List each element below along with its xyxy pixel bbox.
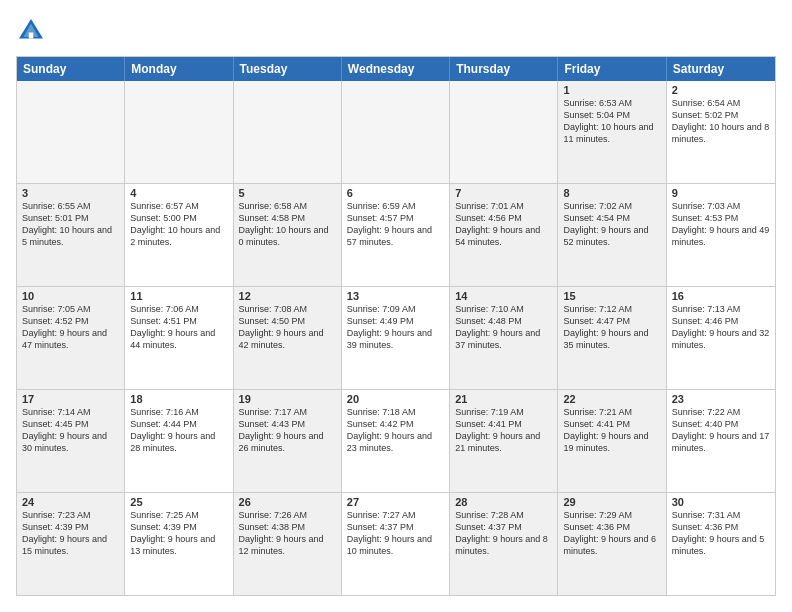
day-number: 22	[563, 393, 660, 405]
calendar-cell: 30Sunrise: 7:31 AM Sunset: 4:36 PM Dayli…	[667, 493, 775, 595]
calendar-cell: 23Sunrise: 7:22 AM Sunset: 4:40 PM Dayli…	[667, 390, 775, 492]
calendar-row: 1Sunrise: 6:53 AM Sunset: 5:04 PM Daylig…	[17, 81, 775, 184]
cell-info: Sunrise: 7:25 AM Sunset: 4:39 PM Dayligh…	[130, 509, 227, 558]
day-number: 26	[239, 496, 336, 508]
calendar-cell: 26Sunrise: 7:26 AM Sunset: 4:38 PM Dayli…	[234, 493, 342, 595]
calendar-header-cell: Sunday	[17, 57, 125, 81]
calendar-cell: 15Sunrise: 7:12 AM Sunset: 4:47 PM Dayli…	[558, 287, 666, 389]
day-number: 8	[563, 187, 660, 199]
calendar-cell: 29Sunrise: 7:29 AM Sunset: 4:36 PM Dayli…	[558, 493, 666, 595]
day-number: 27	[347, 496, 444, 508]
calendar-row: 17Sunrise: 7:14 AM Sunset: 4:45 PM Dayli…	[17, 390, 775, 493]
day-number: 23	[672, 393, 770, 405]
day-number: 5	[239, 187, 336, 199]
cell-info: Sunrise: 6:53 AM Sunset: 5:04 PM Dayligh…	[563, 97, 660, 146]
cell-info: Sunrise: 7:06 AM Sunset: 4:51 PM Dayligh…	[130, 303, 227, 352]
calendar-cell: 21Sunrise: 7:19 AM Sunset: 4:41 PM Dayli…	[450, 390, 558, 492]
calendar-row: 24Sunrise: 7:23 AM Sunset: 4:39 PM Dayli…	[17, 493, 775, 595]
day-number: 25	[130, 496, 227, 508]
calendar-cell: 19Sunrise: 7:17 AM Sunset: 4:43 PM Dayli…	[234, 390, 342, 492]
calendar-cell: 16Sunrise: 7:13 AM Sunset: 4:46 PM Dayli…	[667, 287, 775, 389]
calendar-cell: 17Sunrise: 7:14 AM Sunset: 4:45 PM Dayli…	[17, 390, 125, 492]
cell-info: Sunrise: 7:21 AM Sunset: 4:41 PM Dayligh…	[563, 406, 660, 455]
calendar-cell: 10Sunrise: 7:05 AM Sunset: 4:52 PM Dayli…	[17, 287, 125, 389]
calendar-cell	[342, 81, 450, 183]
calendar-cell: 5Sunrise: 6:58 AM Sunset: 4:58 PM Daylig…	[234, 184, 342, 286]
day-number: 21	[455, 393, 552, 405]
calendar-cell: 4Sunrise: 6:57 AM Sunset: 5:00 PM Daylig…	[125, 184, 233, 286]
cell-info: Sunrise: 7:03 AM Sunset: 4:53 PM Dayligh…	[672, 200, 770, 249]
day-number: 14	[455, 290, 552, 302]
calendar-header-cell: Tuesday	[234, 57, 342, 81]
calendar-cell: 2Sunrise: 6:54 AM Sunset: 5:02 PM Daylig…	[667, 81, 775, 183]
calendar-cell: 6Sunrise: 6:59 AM Sunset: 4:57 PM Daylig…	[342, 184, 450, 286]
calendar-cell	[125, 81, 233, 183]
day-number: 10	[22, 290, 119, 302]
cell-info: Sunrise: 7:17 AM Sunset: 4:43 PM Dayligh…	[239, 406, 336, 455]
cell-info: Sunrise: 7:29 AM Sunset: 4:36 PM Dayligh…	[563, 509, 660, 558]
calendar-cell	[17, 81, 125, 183]
cell-info: Sunrise: 6:55 AM Sunset: 5:01 PM Dayligh…	[22, 200, 119, 249]
day-number: 4	[130, 187, 227, 199]
cell-info: Sunrise: 6:58 AM Sunset: 4:58 PM Dayligh…	[239, 200, 336, 249]
calendar-cell: 11Sunrise: 7:06 AM Sunset: 4:51 PM Dayli…	[125, 287, 233, 389]
logo-icon	[16, 16, 46, 46]
day-number: 16	[672, 290, 770, 302]
svg-rect-2	[29, 33, 34, 39]
day-number: 18	[130, 393, 227, 405]
day-number: 20	[347, 393, 444, 405]
calendar-cell: 1Sunrise: 6:53 AM Sunset: 5:04 PM Daylig…	[558, 81, 666, 183]
calendar-cell	[234, 81, 342, 183]
day-number: 24	[22, 496, 119, 508]
calendar-row: 10Sunrise: 7:05 AM Sunset: 4:52 PM Dayli…	[17, 287, 775, 390]
calendar-cell: 13Sunrise: 7:09 AM Sunset: 4:49 PM Dayli…	[342, 287, 450, 389]
calendar-cell: 8Sunrise: 7:02 AM Sunset: 4:54 PM Daylig…	[558, 184, 666, 286]
calendar-cell: 9Sunrise: 7:03 AM Sunset: 4:53 PM Daylig…	[667, 184, 775, 286]
calendar-header: SundayMondayTuesdayWednesdayThursdayFrid…	[17, 57, 775, 81]
cell-info: Sunrise: 7:26 AM Sunset: 4:38 PM Dayligh…	[239, 509, 336, 558]
calendar-cell: 18Sunrise: 7:16 AM Sunset: 4:44 PM Dayli…	[125, 390, 233, 492]
calendar-cell: 14Sunrise: 7:10 AM Sunset: 4:48 PM Dayli…	[450, 287, 558, 389]
day-number: 7	[455, 187, 552, 199]
calendar-page: SundayMondayTuesdayWednesdayThursdayFrid…	[0, 0, 792, 612]
cell-info: Sunrise: 7:14 AM Sunset: 4:45 PM Dayligh…	[22, 406, 119, 455]
cell-info: Sunrise: 7:01 AM Sunset: 4:56 PM Dayligh…	[455, 200, 552, 249]
day-number: 9	[672, 187, 770, 199]
calendar-row: 3Sunrise: 6:55 AM Sunset: 5:01 PM Daylig…	[17, 184, 775, 287]
cell-info: Sunrise: 7:27 AM Sunset: 4:37 PM Dayligh…	[347, 509, 444, 558]
cell-info: Sunrise: 7:08 AM Sunset: 4:50 PM Dayligh…	[239, 303, 336, 352]
calendar-cell: 25Sunrise: 7:25 AM Sunset: 4:39 PM Dayli…	[125, 493, 233, 595]
cell-info: Sunrise: 7:16 AM Sunset: 4:44 PM Dayligh…	[130, 406, 227, 455]
cell-info: Sunrise: 7:12 AM Sunset: 4:47 PM Dayligh…	[563, 303, 660, 352]
cell-info: Sunrise: 7:10 AM Sunset: 4:48 PM Dayligh…	[455, 303, 552, 352]
day-number: 15	[563, 290, 660, 302]
calendar-cell: 28Sunrise: 7:28 AM Sunset: 4:37 PM Dayli…	[450, 493, 558, 595]
calendar-header-cell: Wednesday	[342, 57, 450, 81]
cell-info: Sunrise: 7:09 AM Sunset: 4:49 PM Dayligh…	[347, 303, 444, 352]
calendar-cell: 27Sunrise: 7:27 AM Sunset: 4:37 PM Dayli…	[342, 493, 450, 595]
logo	[16, 16, 50, 46]
calendar-header-cell: Friday	[558, 57, 666, 81]
calendar-cell: 3Sunrise: 6:55 AM Sunset: 5:01 PM Daylig…	[17, 184, 125, 286]
calendar-cell: 24Sunrise: 7:23 AM Sunset: 4:39 PM Dayli…	[17, 493, 125, 595]
day-number: 11	[130, 290, 227, 302]
calendar-cell: 12Sunrise: 7:08 AM Sunset: 4:50 PM Dayli…	[234, 287, 342, 389]
calendar-header-cell: Thursday	[450, 57, 558, 81]
header	[16, 16, 776, 46]
calendar-body: 1Sunrise: 6:53 AM Sunset: 5:04 PM Daylig…	[17, 81, 775, 595]
calendar-header-cell: Saturday	[667, 57, 775, 81]
cell-info: Sunrise: 7:22 AM Sunset: 4:40 PM Dayligh…	[672, 406, 770, 455]
calendar: SundayMondayTuesdayWednesdayThursdayFrid…	[16, 56, 776, 596]
day-number: 28	[455, 496, 552, 508]
day-number: 12	[239, 290, 336, 302]
day-number: 3	[22, 187, 119, 199]
calendar-cell: 20Sunrise: 7:18 AM Sunset: 4:42 PM Dayli…	[342, 390, 450, 492]
day-number: 13	[347, 290, 444, 302]
cell-info: Sunrise: 7:02 AM Sunset: 4:54 PM Dayligh…	[563, 200, 660, 249]
cell-info: Sunrise: 7:31 AM Sunset: 4:36 PM Dayligh…	[672, 509, 770, 558]
day-number: 30	[672, 496, 770, 508]
cell-info: Sunrise: 6:54 AM Sunset: 5:02 PM Dayligh…	[672, 97, 770, 146]
calendar-cell: 22Sunrise: 7:21 AM Sunset: 4:41 PM Dayli…	[558, 390, 666, 492]
day-number: 19	[239, 393, 336, 405]
cell-info: Sunrise: 7:05 AM Sunset: 4:52 PM Dayligh…	[22, 303, 119, 352]
